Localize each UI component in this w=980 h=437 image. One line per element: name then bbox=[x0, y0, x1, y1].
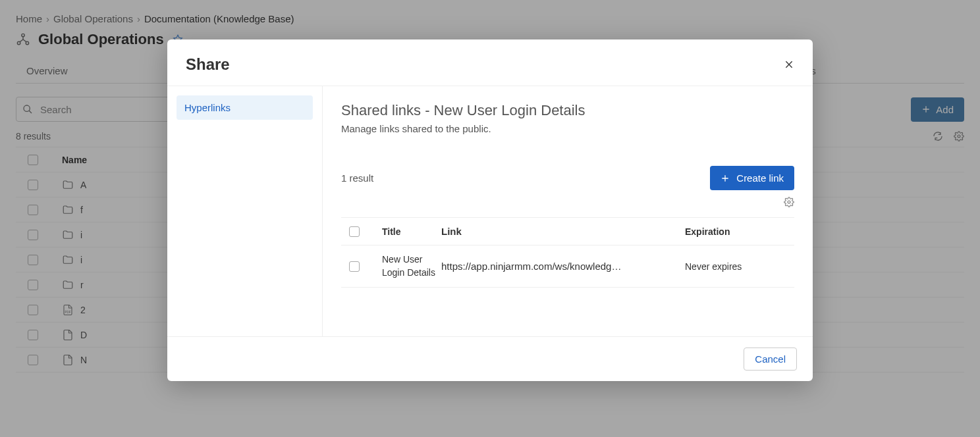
svg-point-6 bbox=[788, 201, 790, 203]
gear-icon[interactable] bbox=[784, 197, 794, 207]
modal-sidebar: Hyperlinks bbox=[167, 86, 323, 336]
create-link-label: Create link bbox=[736, 172, 784, 184]
links-table: Title Link Expiration New User Login Det… bbox=[341, 217, 794, 288]
cancel-button[interactable]: Cancel bbox=[744, 347, 797, 371]
links-row[interactable]: New User Login Details https://app.ninja… bbox=[341, 245, 794, 288]
modal-header: Share bbox=[167, 39, 813, 86]
shared-links-title: Shared links - New User Login Details bbox=[341, 102, 794, 119]
share-modal: Share Hyperlinks Shared links - New User… bbox=[167, 39, 813, 381]
modal-footer: Cancel bbox=[167, 336, 813, 381]
select-all-links-checkbox[interactable] bbox=[349, 226, 360, 237]
shared-links-subtitle: Manage links shared to the public. bbox=[341, 123, 794, 134]
links-result-count: 1 result bbox=[341, 172, 373, 184]
plus-icon bbox=[721, 174, 730, 183]
col-title: Title bbox=[382, 226, 441, 237]
sidebar-item-hyperlinks[interactable]: Hyperlinks bbox=[177, 95, 313, 120]
modal-body: Hyperlinks Shared links - New User Login… bbox=[167, 86, 813, 336]
col-link: Link bbox=[441, 226, 685, 237]
links-table-header: Title Link Expiration bbox=[341, 217, 794, 245]
close-icon[interactable] bbox=[784, 59, 794, 70]
col-expiration: Expiration bbox=[685, 226, 790, 237]
link-row-url: https://app.ninjarmm.com/ws/knowledg… bbox=[441, 261, 685, 272]
link-row-checkbox[interactable] bbox=[349, 261, 360, 272]
create-link-button[interactable]: Create link bbox=[710, 166, 794, 190]
links-toolbar: 1 result Create link bbox=[341, 166, 794, 190]
link-row-expiration: Never expires bbox=[685, 261, 790, 272]
link-row-title: New User Login Details bbox=[382, 253, 441, 279]
modal-title: Share bbox=[186, 55, 230, 74]
modal-main: Shared links - New User Login Details Ma… bbox=[323, 86, 813, 336]
